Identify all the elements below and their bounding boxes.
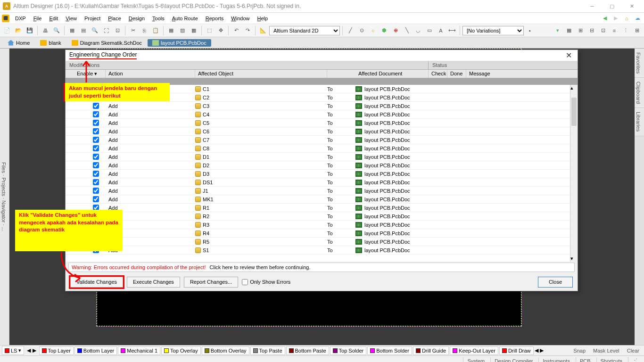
tab-pcb[interactable]: layout PCB.PcbDoc [148, 39, 211, 47]
eco-row[interactable]: AddR2Tolayout PCB.PcbDoc [66, 212, 570, 221]
layer-keep-out-layer[interactable]: Keep-Out Layer [450, 346, 498, 355]
eco-row[interactable]: AddC4Tolayout PCB.PcbDoc [66, 110, 570, 119]
layer-top-overlay[interactable]: Top Overlay [161, 346, 201, 355]
nav-fwd-icon[interactable]: ▶ [611, 14, 620, 23]
eco-row[interactable]: AddC6Tolayout PCB.PcbDoc [66, 127, 570, 136]
status-instruments[interactable]: Instruments [538, 357, 573, 362]
menu-view[interactable]: View [62, 14, 81, 23]
nav-back-icon[interactable]: ◀ [600, 14, 610, 23]
save-icon[interactable]: 💾 [25, 25, 35, 36]
home-icon[interactable]: ⌂ [622, 14, 631, 23]
target-icon[interactable]: ⊕ [390, 25, 401, 36]
col-message[interactable]: Message [466, 70, 578, 78]
layer-bottom-overlay[interactable]: Bottom Overlay [202, 346, 249, 355]
layer-top-layer[interactable]: Top Layer [39, 346, 74, 355]
eco-title-bar[interactable]: Engineering Change Order ✕ [66, 50, 578, 61]
eco-row[interactable]: AddMK1Tolayout PCB.PcbDoc [66, 195, 570, 204]
layer-bottom-solder[interactable]: Bottom Solder [367, 346, 412, 355]
eco-close-btn[interactable]: Close [538, 277, 573, 288]
menu-design[interactable]: Design [125, 14, 149, 23]
eco-close-button[interactable]: ✕ [564, 51, 574, 60]
preview-icon[interactable]: 🔍 [51, 25, 62, 36]
menu-autoroute[interactable]: Auto Route [168, 14, 202, 23]
enable-checkbox[interactable] [93, 145, 99, 151]
r2-icon[interactable]: ▦ [564, 25, 574, 36]
zoom-icon[interactable]: 🔍 [90, 25, 100, 36]
paste-icon[interactable]: 📋 [150, 25, 161, 36]
clear-button[interactable]: Clear [624, 347, 642, 354]
report-changes-button[interactable]: Report Changes... [184, 277, 238, 288]
layer-drill-draw[interactable]: Drill Draw [499, 346, 534, 355]
panel-libraries[interactable]: Libraries [635, 108, 644, 136]
menu-dxp[interactable]: DXP [11, 14, 30, 23]
eco-row[interactable]: AddD2Tolayout PCB.PcbDoc [66, 161, 570, 170]
menu-help[interactable]: Help [253, 14, 272, 23]
variations-select[interactable]: [No Variations] [462, 26, 524, 35]
menu-reports[interactable]: Reports [202, 14, 228, 23]
enable-checkbox[interactable] [93, 171, 99, 177]
eco-row[interactable]: AddC5Tolayout PCB.PcbDoc [66, 119, 570, 127]
eco-row[interactable]: AddC8Tolayout PCB.PcbDoc [66, 144, 570, 153]
enable-checkbox[interactable] [93, 103, 99, 109]
enable-checkbox[interactable] [93, 196, 99, 202]
zoomfit-icon[interactable]: ⛶ [101, 25, 111, 36]
cloud-icon[interactable]: ☁ [633, 14, 642, 23]
eco-row[interactable]: AddD3Tolayout PCB.PcbDoc [66, 170, 570, 178]
menu-edit[interactable]: Edit [45, 14, 62, 23]
col-affected-document[interactable]: Affected Document [355, 70, 429, 78]
r3-icon[interactable]: ⊞ [575, 25, 586, 36]
eco-row[interactable]: AddR4Tolayout PCB.PcbDoc [66, 229, 570, 238]
enable-checkbox[interactable] [93, 128, 99, 134]
zoomsel-icon[interactable]: ⊡ [112, 25, 123, 36]
text-icon[interactable]: A [436, 25, 446, 36]
maximize-button[interactable]: ▢ [603, 1, 621, 11]
enable-checkbox[interactable] [93, 188, 99, 194]
status-shortcuts[interactable]: Shortcuts [596, 357, 626, 362]
chip-icon[interactable]: ▪ [525, 25, 535, 36]
route-icon[interactable]: ╱ [345, 25, 355, 36]
eco-scrollbar[interactable]: ▴▾ [570, 85, 578, 262]
r1-icon[interactable]: ▾ [553, 25, 563, 36]
eco-row[interactable]: AddDS1Tolayout PCB.PcbDoc [66, 178, 570, 187]
r7-icon[interactable]: ⋮ [620, 25, 631, 36]
layers-icon[interactable]: ▤ [78, 25, 89, 36]
eco-row[interactable]: AddR5Tolayout PCB.PcbDoc [66, 238, 570, 246]
layer-ls[interactable]: LS ▾ [2, 346, 24, 355]
enable-checkbox[interactable] [93, 137, 99, 143]
mask-level-button[interactable]: Mask Level [590, 347, 622, 354]
layer-top-solder[interactable]: Top Solder [330, 346, 367, 355]
pad-icon[interactable]: ○ [368, 25, 378, 36]
col-check[interactable]: Check [429, 70, 447, 78]
layer-top-paste[interactable]: Top Paste [250, 346, 285, 355]
r8-icon[interactable]: ⊞ [632, 25, 642, 36]
enable-checkbox[interactable] [93, 154, 99, 160]
copy-icon[interactable]: ⎘ [139, 25, 149, 36]
comp3-icon[interactable]: ▩ [189, 25, 199, 36]
enable-checkbox[interactable] [93, 179, 99, 185]
move-icon[interactable]: ✥ [215, 25, 226, 36]
layer-bottom-layer[interactable]: Bottom Layer [74, 346, 117, 355]
arc-icon[interactable]: ◡ [413, 25, 423, 36]
open-icon[interactable]: 📂 [13, 25, 24, 36]
eco-warning[interactable]: Warning: Errors occurred during compilat… [68, 263, 575, 272]
menu-window[interactable]: Window [227, 14, 253, 23]
minimize-button[interactable]: ─ [583, 1, 602, 11]
panel-favorites[interactable]: Favorites [635, 49, 644, 78]
enable-checkbox[interactable] [93, 120, 99, 126]
layer-mechanical-1[interactable]: Mechanical 1 [118, 346, 160, 355]
redo-icon[interactable]: ↷ [242, 25, 253, 36]
undo-icon[interactable]: ↶ [231, 25, 241, 36]
poly-icon[interactable]: ⬢ [379, 25, 389, 36]
r6-icon[interactable]: ≡ [609, 25, 619, 36]
print-icon[interactable]: 🖶 [40, 25, 50, 36]
via-icon[interactable]: ⊙ [356, 25, 367, 36]
side-panel-left[interactable]: Files · Projects · Navigator · ... [0, 49, 9, 345]
enable-checkbox[interactable] [93, 162, 99, 168]
menu-file[interactable]: File [30, 14, 46, 23]
eco-row[interactable]: AddR3Tolayout PCB.PcbDoc [66, 221, 570, 229]
new-icon[interactable]: 📄 [2, 25, 12, 36]
comp2-icon[interactable]: ▨ [177, 25, 188, 36]
status-design-compiler[interactable]: Design Compiler [490, 357, 537, 362]
eco-row[interactable]: AddC3Tolayout PCB.PcbDoc [66, 102, 570, 110]
eco-row[interactable]: AddS1Tolayout PCB.PcbDoc [66, 246, 570, 255]
